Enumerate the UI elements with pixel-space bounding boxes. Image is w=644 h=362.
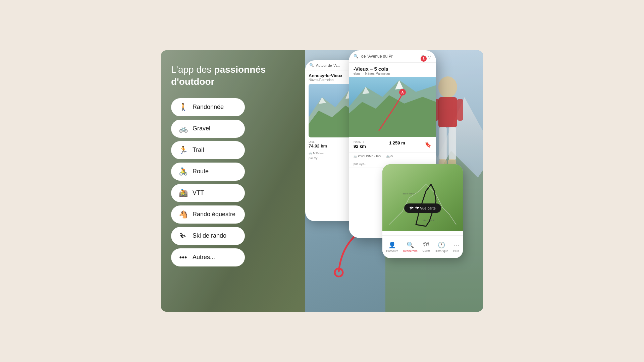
activity-btn-vtt[interactable]: 🚵 VTT <box>171 184 245 202</box>
nav-label-plus: Plus <box>453 249 459 253</box>
front-result-title: -Vieux – 5 cols <box>354 66 431 72</box>
nav-label-historique: Historique <box>435 249 448 253</box>
vue-carte-label: 🗺 Vue carte <box>415 206 436 210</box>
vue-carte-button[interactable]: 🗺 🗺 Vue carte <box>404 203 441 213</box>
map-icon: 🗺 <box>410 206 413 210</box>
app-title: L'app des passionnés d'outdoor <box>171 64 295 88</box>
front-tags-row: 🚲 CYCLISME - RO... 🚲 G... <box>349 153 436 160</box>
left-panel: L'app des passionnés d'outdoor 🚶 Randonn… <box>161 50 305 312</box>
trail-icon: 🏃 <box>178 146 188 155</box>
front-dist-num: 92 <box>354 144 358 149</box>
svg-point-3 <box>438 76 457 98</box>
svg-text:Saint-Martin: Saint-Martin <box>402 192 415 195</box>
front-deniv-label: Déniv. + <box>354 140 382 144</box>
activity-label-randonnee: Randonnée <box>193 104 224 111</box>
activity-btn-route[interactable]: 🚴 Route <box>171 163 245 181</box>
phone-map: Saint-Martin Vieux-Territ 🗺 🗺 Vue carte … <box>382 164 463 258</box>
back-dist-unit: km <box>321 143 327 148</box>
search-icon-front: 🔍 <box>354 54 359 59</box>
svg-rect-4 <box>438 97 457 127</box>
svg-text:A: A <box>401 90 404 94</box>
nav-item-historique[interactable]: 🕐 Historique <box>435 241 448 253</box>
front-result-header: -Vieux – 5 cols elan → Nâves-Parmelan <box>349 63 436 77</box>
nav-item-plus[interactable]: ⋯ Plus <box>453 241 459 253</box>
randonnee-icon: 🚶 <box>178 103 188 112</box>
main-container: L'app des passionnés d'outdoor 🚶 Randonn… <box>161 50 483 312</box>
activity-label-gravel: Gravel <box>193 125 210 132</box>
nav-item-recherche[interactable]: 🔍 Recherche <box>403 241 418 253</box>
front-elev-stat: 1 259 m <box>389 140 418 149</box>
front-route-image: A <box>349 77 436 137</box>
search-text-front: de "Avenue du Pr <box>361 54 392 59</box>
historique-icon: 🕐 <box>438 241 445 249</box>
activity-btn-trail[interactable]: 🏃 Trail <box>171 141 245 159</box>
nav-item-carte[interactable]: 🗺 Carte <box>422 241 430 252</box>
activity-btn-gravel[interactable]: 🚲 Gravel <box>171 120 245 138</box>
badge-count: 3 <box>421 56 427 62</box>
tag2: 🚲 G... <box>386 155 395 158</box>
activity-label-rando-equestre: Rando équestre <box>193 211 235 218</box>
search-text-back: Autour de "A... <box>316 63 340 67</box>
nav-label-parcours: Parcours <box>386 249 398 253</box>
bookmark-icon: 🔖 <box>425 141 431 148</box>
autres-icon: ••• <box>178 253 188 262</box>
bookmark-button[interactable]: 🔖 <box>425 140 431 149</box>
front-result-sub: elan → Nâves-Parmelan <box>354 72 431 75</box>
map-content: Saint-Martin Vieux-Territ 🗺 🗺 Vue carte <box>382 164 463 231</box>
recherche-icon: 🔍 <box>407 241 414 249</box>
back-tag-icon: 🚲 <box>309 151 312 155</box>
front-deniv-value: 92 km <box>354 144 382 149</box>
activity-btn-randonnee[interactable]: 🚶 Randonnée <box>171 98 245 116</box>
search-icon-back: 🔍 <box>309 63 314 67</box>
activity-label-ski-rando: Ski de rando <box>193 232 226 239</box>
vtt-icon: 🚵 <box>178 189 188 197</box>
title-normal: L'app des <box>171 64 214 75</box>
back-dist-number: 74,92 <box>309 143 320 148</box>
front-elev-value: 1 259 m <box>389 140 418 145</box>
ski-rando-icon: ⛷ <box>178 232 188 240</box>
parcours-icon: 👤 <box>388 241 396 249</box>
activity-btn-ski-rando[interactable]: ⛷ Ski de rando <box>171 227 245 245</box>
svg-rect-7 <box>439 127 446 160</box>
activity-list: 🚶 Randonnée 🚲 Gravel 🏃 Trail 🚴 Route 🚵 <box>171 98 295 266</box>
activity-label-trail: Trail <box>193 146 204 154</box>
nav-item-parcours[interactable]: 👤 Parcours <box>386 241 398 253</box>
nav-label-recherche: Recherche <box>403 249 418 253</box>
carte-icon: 🗺 <box>423 241 429 248</box>
activity-btn-rando-equestre[interactable]: 🐴 Rando équestre <box>171 205 245 224</box>
plus-icon: ⋯ <box>453 241 459 249</box>
activity-label-route: Route <box>193 168 209 175</box>
svg-rect-6 <box>457 99 463 121</box>
front-dist-unit: km <box>360 144 366 149</box>
gravel-icon: 🚲 <box>178 124 188 133</box>
activity-label-autres: Autres... <box>193 254 215 261</box>
svg-text:Vieux-Territ: Vieux-Territ <box>423 219 434 222</box>
bottom-navigation: 👤 Parcours 🔍 Recherche 🗺 Carte 🕐 Histori… <box>382 235 463 258</box>
nav-label-carte: Carte <box>422 249 430 252</box>
activity-btn-autres[interactable]: ••• Autres... <box>171 248 245 266</box>
rando-equestre-icon: 🐴 <box>178 210 188 219</box>
svg-rect-8 <box>448 127 456 160</box>
route-icon: 🚴 <box>178 167 188 176</box>
front-dist-stat: Déniv. + 92 km <box>354 140 382 149</box>
tag1: 🚲 CYCLISME - RO... <box>354 155 383 158</box>
front-stats-row: Déniv. + 92 km 1 259 m 🔖 <box>349 137 436 153</box>
left-panel-content: L'app des passionnés d'outdoor 🚶 Randonn… <box>171 64 295 266</box>
activity-label-vtt: VTT <box>193 189 204 196</box>
right-panel: 🔍 Autour de "A... Annecy-le-Vieux Nâves-… <box>305 50 483 312</box>
